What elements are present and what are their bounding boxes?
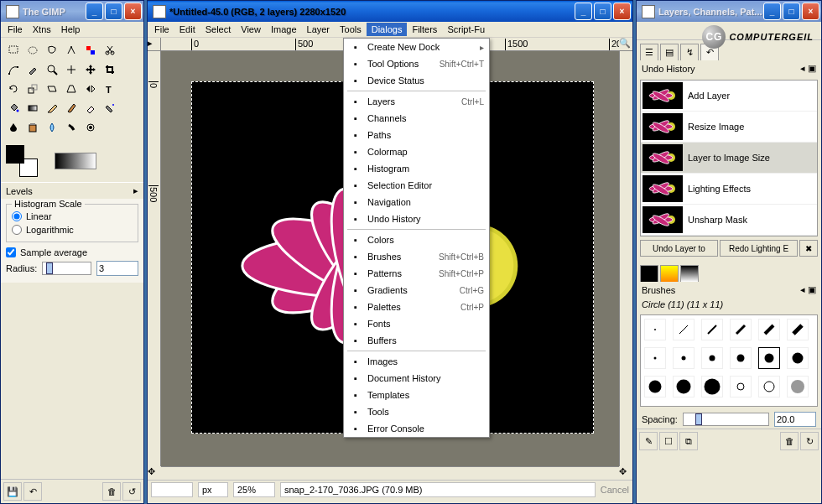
brush-item[interactable] [673, 319, 695, 340]
menu-item[interactable]: ▪Buffers [344, 332, 489, 349]
brush-item-selected[interactable] [758, 347, 780, 369]
save-icon[interactable]: 💾 [3, 482, 22, 501]
close-button[interactable]: × [802, 3, 819, 20]
menu-item[interactable]: ▪GradientsCtrl+G [344, 282, 489, 299]
tool-airbrush[interactable] [101, 99, 119, 117]
close-button[interactable]: × [124, 3, 142, 20]
menu-scriptfu[interactable]: Script-Fu [442, 23, 490, 36]
refresh-brush-icon[interactable]: ↻ [800, 432, 819, 450]
tab-layers[interactable]: ☰ [640, 44, 658, 60]
revert-icon[interactable]: ↶ [23, 482, 42, 501]
brush-item[interactable] [673, 376, 695, 397]
menu-item[interactable]: ▪Undo History [344, 210, 489, 227]
brush-item[interactable] [701, 376, 723, 397]
brush-item[interactable] [673, 347, 695, 369]
status-unit[interactable]: px [198, 482, 228, 497]
menu-item[interactable]: ▪Colors [344, 231, 489, 248]
tool-smudge[interactable] [62, 118, 81, 137]
minimize-button[interactable]: _ [575, 3, 592, 20]
menu-item[interactable]: ▪Tools [344, 403, 489, 420]
tool-ink[interactable] [4, 118, 23, 137]
reset-icon[interactable]: ↺ [122, 482, 141, 501]
tool-clone[interactable] [23, 118, 42, 137]
panel-menu-icon[interactable]: ▸ [133, 185, 138, 196]
undo-button[interactable]: Undo Layer to [640, 240, 718, 257]
tool-paths[interactable] [4, 60, 23, 79]
brush-item[interactable] [787, 347, 809, 369]
status-zoom[interactable]: 25% [233, 482, 275, 497]
history-item[interactable]: Add Layer [641, 81, 817, 112]
cancel-button[interactable]: Cancel [601, 485, 629, 495]
nav-icon[interactable]: ✥ [148, 466, 161, 480]
tool-by-color[interactable] [81, 41, 100, 60]
tool-blend[interactable] [23, 99, 42, 117]
titlebar[interactable]: *Untitled-45.0 (RGB, 2 layers) 2280x1520… [148, 1, 632, 22]
corner-icon[interactable]: ✥ [619, 466, 632, 480]
tool-perspective[interactable] [62, 80, 81, 98]
tab-patterns[interactable] [680, 265, 699, 282]
menu-view[interactable]: View [236, 23, 266, 36]
menu-item[interactable]: ▪BrushesShift+Ctrl+B [344, 248, 489, 265]
brush-item[interactable] [730, 347, 752, 369]
tool-bucket[interactable] [4, 99, 23, 117]
panel-menu-icon[interactable]: ◂ ▣ [800, 284, 816, 295]
menu-item[interactable]: ▪Histogram [344, 160, 489, 177]
check-sample-avg[interactable]: Sample average [6, 246, 138, 259]
brush-item[interactable] [644, 376, 666, 397]
spacing-input[interactable]: 20.0 [774, 412, 816, 427]
tool-rect-select[interactable] [4, 41, 23, 60]
menu-item[interactable]: ▪Channels [344, 110, 489, 127]
tool-crop[interactable] [101, 60, 119, 79]
brush-item[interactable] [787, 376, 809, 397]
tool-eraser[interactable] [81, 99, 100, 117]
tool-scale[interactable] [23, 80, 42, 98]
tool-paintbrush[interactable] [62, 99, 81, 117]
menu-item[interactable]: ▪Create New Dock▸ [344, 39, 489, 55]
tool-fuzzy-select[interactable] [62, 41, 81, 60]
menu-item[interactable]: ▪Templates [344, 387, 489, 403]
brush-item[interactable] [701, 347, 723, 369]
menu-item[interactable]: ▪Error Console [344, 420, 489, 437]
menu-item[interactable]: ▪Navigation [344, 194, 489, 210]
tool-pencil[interactable] [43, 99, 61, 117]
titlebar[interactable]: Layers, Channels, Pat... _ □ × [637, 1, 821, 22]
menu-item[interactable]: ▪LayersCtrl+L [344, 93, 489, 110]
spacing-slider[interactable] [683, 413, 769, 426]
close-button[interactable]: × [613, 3, 631, 20]
history-item[interactable]: Lighting Effects [641, 174, 817, 205]
dup-brush-icon[interactable]: ⧉ [679, 432, 698, 450]
menu-item[interactable]: ▪PalettesCtrl+P [344, 299, 489, 315]
menu-file[interactable]: File [3, 23, 28, 36]
active-gradient[interactable] [55, 153, 96, 169]
tool-zoom[interactable] [43, 60, 61, 79]
tool-shear[interactable] [43, 80, 61, 98]
menu-edit[interactable]: Edit [174, 23, 200, 36]
brush-item[interactable] [758, 319, 780, 340]
menu-item[interactable]: ▪Device Status [344, 72, 489, 89]
tab-paths[interactable]: ↯ [680, 44, 699, 60]
menu-item[interactable]: ▪Paths [344, 127, 489, 143]
tool-flip[interactable] [81, 80, 100, 98]
menu-tools[interactable]: Tools [335, 23, 367, 36]
menu-item[interactable]: ▪Colormap [344, 143, 489, 160]
radio-log[interactable]: Logarithmic [12, 223, 133, 236]
maximize-button[interactable]: □ [105, 3, 122, 20]
minimize-button[interactable]: _ [86, 3, 103, 20]
history-item[interactable]: Resize Image [641, 112, 817, 143]
brush-item[interactable] [730, 319, 752, 340]
menu-item[interactable]: ▪Images [344, 353, 489, 370]
panel-menu-icon[interactable]: ◂ ▣ [800, 63, 816, 74]
menu-layer[interactable]: Layer [302, 23, 336, 36]
brush-item[interactable] [701, 319, 723, 340]
menu-filters[interactable]: Filters [407, 23, 442, 36]
tab-channels[interactable]: ▤ [660, 44, 679, 60]
tool-dodge[interactable] [81, 118, 100, 137]
menu-item[interactable]: ▪PatternsShift+Ctrl+P [344, 265, 489, 282]
menu-file[interactable]: File [149, 23, 174, 36]
tool-color-picker[interactable] [23, 60, 42, 79]
menu-xtns[interactable]: Xtns [28, 23, 56, 36]
delete-brush-icon[interactable]: 🗑 [780, 432, 799, 450]
tool-lasso[interactable] [43, 41, 61, 60]
radius-slider[interactable] [42, 262, 91, 275]
minimize-button[interactable]: _ [763, 3, 781, 20]
